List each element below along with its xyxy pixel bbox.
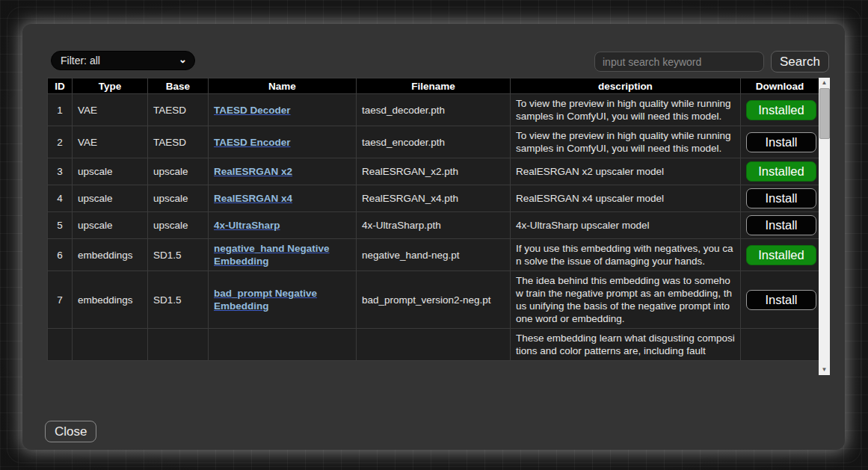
cell-id — [48, 329, 73, 361]
cell-name: negative_hand Negative Embedding — [209, 239, 357, 271]
cell-download: Installed — [741, 158, 819, 185]
scroll-up-icon[interactable]: ▲ — [819, 78, 830, 88]
cell-id: 5 — [48, 212, 73, 239]
scroll-down-icon[interactable]: ▼ — [819, 365, 830, 375]
installed-button[interactable]: Installed — [746, 100, 816, 120]
cell-id: 3 — [48, 158, 73, 185]
installed-button[interactable]: Installed — [746, 245, 816, 265]
cell-description: To view the preview in high quality whil… — [511, 126, 741, 158]
header-type: Type — [73, 78, 148, 94]
header-download: Download — [741, 78, 819, 94]
cell-id: 6 — [48, 239, 73, 271]
cell-description: RealESRGAN x4 upscaler model — [511, 185, 741, 212]
cell-name: bad_prompt Negative Embedding — [209, 271, 357, 329]
install-models-dialog: Filter: all ⌄ Search ID Type Base Name F… — [22, 24, 845, 450]
cell-id: 1 — [48, 94, 73, 126]
table-row: 5 upscale upscale 4x-UltraSharp 4x-Ultra… — [48, 212, 819, 239]
search-input[interactable] — [594, 52, 764, 72]
model-name-link[interactable]: RealESRGAN x2 — [214, 166, 292, 177]
scrollbar-thumb[interactable] — [819, 88, 830, 139]
header-base: Base — [148, 78, 209, 94]
cell-filename: negative_hand-neg.pt — [357, 239, 511, 271]
filter-select[interactable]: Filter: all — [51, 51, 195, 70]
cell-description: RealESRGAN x2 upscaler model — [511, 158, 741, 185]
cell-name: RealESRGAN x4 — [209, 185, 357, 212]
cell-download: Installed — [741, 94, 819, 126]
cell-name: 4x-UltraSharp — [209, 212, 357, 239]
cell-base: TAESD — [148, 94, 209, 126]
cell-base: SD1.5 — [148, 239, 209, 271]
cell-type — [73, 329, 148, 361]
cell-type: embeddings — [73, 271, 148, 329]
cell-id: 7 — [48, 271, 73, 329]
table-row: 4 upscale upscale RealESRGAN x4 RealESRG… — [48, 185, 819, 212]
cell-type: upscale — [73, 185, 148, 212]
installed-button[interactable]: Installed — [746, 161, 816, 182]
cell-description: To view the preview in high quality whil… — [511, 94, 741, 126]
cell-filename — [357, 329, 511, 361]
model-name-link[interactable]: TAESD Decoder — [214, 105, 291, 116]
cell-name: RealESRGAN x2 — [209, 158, 357, 185]
cell-description: These embedding learn what disgusting co… — [511, 329, 741, 361]
header-description: description — [511, 78, 741, 94]
cell-name — [209, 329, 357, 361]
cell-download: Install — [741, 185, 819, 212]
cell-filename: RealESRGAN_x2.pth — [357, 158, 511, 185]
table-scrollbar[interactable]: ▲ ▼ — [819, 78, 830, 375]
cell-type: upscale — [73, 212, 148, 239]
models-table-viewport: ID Type Base Name Filename description D… — [47, 78, 819, 375]
cell-download: Install — [741, 126, 819, 158]
model-name-link[interactable]: TAESD Encoder — [214, 137, 291, 148]
table-header-row: ID Type Base Name Filename description D… — [48, 78, 819, 94]
cell-base: SD1.5 — [148, 271, 209, 329]
install-button[interactable]: Install — [746, 188, 816, 208]
search-button[interactable]: Search — [771, 51, 829, 72]
table-row: 7 embeddings SD1.5 bad_prompt Negative E… — [48, 271, 819, 329]
table-row: 2 VAE TAESD TAESD Encoder taesd_encoder.… — [48, 126, 819, 158]
model-name-link[interactable]: negative_hand Negative Embedding — [214, 243, 330, 267]
cell-name: TAESD Decoder — [209, 94, 357, 126]
cell-description: If you use this embedding with negatives… — [511, 239, 741, 271]
cell-filename: bad_prompt_version2-neg.pt — [357, 271, 511, 329]
cell-id: 2 — [48, 126, 73, 158]
header-name: Name — [209, 78, 357, 94]
install-button[interactable]: Install — [746, 132, 816, 152]
cell-type: VAE — [73, 94, 148, 126]
cell-filename: taesd_decoder.pth — [357, 94, 511, 126]
cell-type: VAE — [73, 126, 148, 158]
models-table: ID Type Base Name Filename description D… — [47, 78, 819, 361]
cell-download: Install — [741, 271, 819, 329]
cell-base: upscale — [148, 185, 209, 212]
table-row: 3 upscale upscale RealESRGAN x2 RealESRG… — [48, 158, 819, 185]
install-button[interactable]: Install — [746, 290, 816, 310]
cell-base: upscale — [148, 212, 209, 239]
cell-type: upscale — [73, 158, 148, 185]
cell-base — [148, 329, 209, 361]
cell-id: 4 — [48, 185, 73, 212]
cell-filename: 4x-UltraSharp.pth — [357, 212, 511, 239]
cell-download: Install — [741, 212, 819, 239]
table-row: 6 embeddings SD1.5 negative_hand Negativ… — [48, 239, 819, 271]
cell-name: TAESD Encoder — [209, 126, 357, 158]
filter-select-wrap: Filter: all ⌄ — [51, 51, 195, 70]
cell-download: Installed — [741, 239, 819, 271]
model-name-link[interactable]: bad_prompt Negative Embedding — [214, 288, 317, 312]
header-filename: Filename — [357, 78, 511, 94]
cell-filename: taesd_encoder.pth — [357, 126, 511, 158]
cell-base: upscale — [148, 158, 209, 185]
model-name-link[interactable]: RealESRGAN x4 — [214, 193, 292, 204]
cell-base: TAESD — [148, 126, 209, 158]
close-button[interactable]: Close — [45, 421, 96, 442]
cell-download — [741, 329, 819, 361]
cell-filename: RealESRGAN_x4.pth — [357, 185, 511, 212]
header-id: ID — [48, 78, 73, 94]
cell-description: 4x-UltraSharp upscaler model — [511, 212, 741, 239]
models-table-zone: ID Type Base Name Filename description D… — [47, 78, 830, 375]
model-name-link[interactable]: 4x-UltraSharp — [214, 220, 280, 231]
table-row: 1 VAE TAESD TAESD Decoder taesd_decoder.… — [48, 94, 819, 126]
cell-type: embeddings — [73, 239, 148, 271]
install-button[interactable]: Install — [746, 215, 816, 235]
table-row-partial: These embedding learn what disgusting co… — [48, 329, 819, 361]
cell-description: The idea behind this embedding was to so… — [511, 271, 741, 329]
